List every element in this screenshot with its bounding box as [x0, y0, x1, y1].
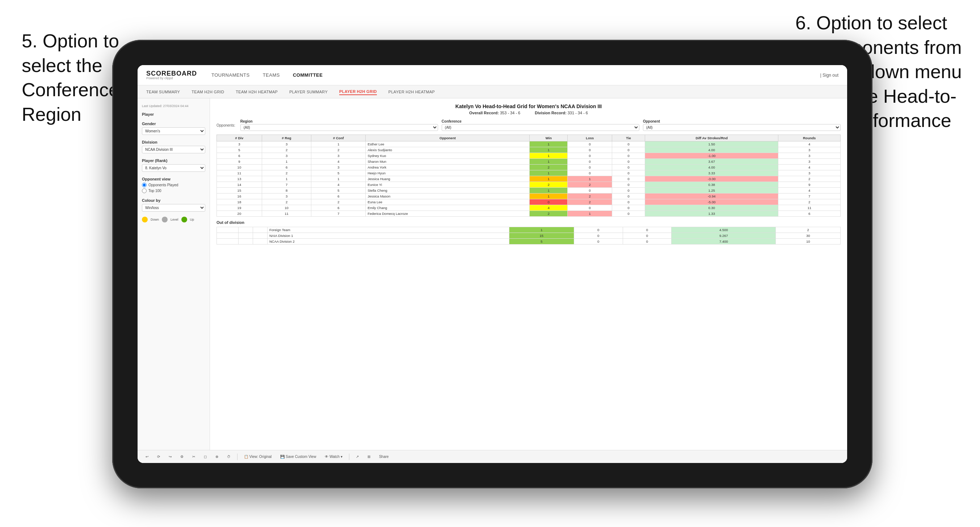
ood-cell-spacer3: [253, 233, 267, 239]
cell-conf: 6: [311, 194, 366, 199]
toolbar-select[interactable]: ◻: [202, 454, 209, 459]
sign-out-link[interactable]: | Sign out: [820, 73, 838, 78]
colour-by-select[interactable]: Win/loss: [142, 204, 205, 211]
nav-teams[interactable]: TEAMS: [263, 72, 280, 78]
cell-loss: 0: [568, 159, 612, 165]
radio-opponents-played[interactable]: Opponents Played: [142, 183, 205, 187]
toolbar-grid[interactable]: ⊞: [365, 454, 372, 459]
cell-loss: 1: [568, 176, 612, 182]
cell-div: 11: [217, 170, 262, 176]
subnav-team-summary[interactable]: TEAM SUMMARY: [146, 89, 180, 95]
nav-committee[interactable]: COMMITTEE: [293, 72, 323, 78]
ood-cell-tie: 0: [623, 227, 671, 233]
ood-cell-opponent: NAIA Division 1: [267, 233, 509, 239]
radio-top100[interactable]: Top 100: [142, 189, 205, 193]
sub-nav: TEAM SUMMARY TEAM H2H GRID TEAM H2H HEAT…: [138, 85, 847, 98]
toolbar-view-original[interactable]: 📋 View: Original: [242, 454, 274, 459]
color-label-down: Down: [151, 218, 159, 221]
cell-opponent: Sharon Mun: [366, 159, 530, 165]
region-select[interactable]: (All): [240, 124, 438, 131]
cell-diff: 3.33: [645, 170, 778, 176]
opponent-select[interactable]: (All): [643, 124, 841, 131]
division-label: Division: [142, 140, 205, 144]
cell-rounds: 3: [778, 153, 841, 159]
grid-records: Overall Record: 353 - 34 - 6 Division Re…: [216, 111, 841, 115]
out-of-division-header: Out of division: [216, 220, 841, 225]
color-label-level: Level: [170, 218, 178, 221]
ood-cell-spacer: [217, 239, 239, 244]
cell-conf: 7: [311, 211, 366, 217]
cell-reg: 2: [262, 170, 311, 176]
ood-cell-loss: 0: [574, 227, 623, 233]
radio-top100-input[interactable]: [142, 189, 146, 193]
cell-opponent: Jessica Mason: [366, 194, 530, 199]
ood-table-row: NAIA Division 1 15 0 0 9.267 30: [217, 233, 841, 239]
toolbar-settings[interactable]: ⚙: [178, 454, 186, 459]
division-record: Division Record: 331 - 34 - 6: [535, 111, 588, 115]
subnav-player-summary[interactable]: PLAYER SUMMARY: [289, 89, 328, 95]
toolbar-add[interactable]: ⊕: [213, 454, 221, 459]
cell-tie: 0: [612, 176, 645, 182]
filter-opponent: Opponent (All): [643, 119, 841, 131]
toolbar-share[interactable]: Share: [377, 454, 391, 459]
division-select[interactable]: NCAA Division III: [142, 146, 205, 153]
sidebar-gender-section: Gender Women's: [142, 122, 205, 135]
cell-reg: 3: [262, 194, 311, 199]
cell-reg: 7: [262, 182, 311, 188]
table-row: 9 1 4 Sharon Mun 1 0 0 3.67 3: [217, 159, 841, 165]
th-tie: Tie: [612, 135, 645, 141]
opponents-label: Opponents:: [216, 123, 235, 127]
radio-opponents-played-input[interactable]: [142, 183, 146, 187]
toolbar-cut[interactable]: ✂: [190, 454, 197, 459]
ood-cell-loss: 0: [574, 239, 623, 244]
ood-cell-diff: 4.500: [671, 227, 776, 233]
cell-tie: 0: [612, 194, 645, 199]
cell-opponent: Alexis Sudjianto: [366, 147, 530, 153]
cell-tie: 0: [612, 205, 645, 211]
cell-reg: 8: [262, 188, 311, 194]
table-row: 15 8 5 Stella Cheng 1 0 0 1.25 4: [217, 188, 841, 194]
subnav-team-h2h-grid[interactable]: TEAM H2H GRID: [191, 89, 224, 95]
color-dot-up: [181, 217, 187, 222]
cell-loss: 0: [568, 165, 612, 170]
cell-div: 13: [217, 176, 262, 182]
sidebar-colour-by-section: Colour by Win/loss: [142, 198, 205, 211]
cell-div: 19: [217, 205, 262, 211]
toolbar-undo[interactable]: ↩: [143, 454, 151, 459]
cell-conf: 1: [311, 141, 366, 147]
toolbar-timer[interactable]: ⏱: [225, 454, 233, 459]
cell-diff: -3.00: [645, 176, 778, 182]
cell-conf: 5: [311, 170, 366, 176]
cell-loss: 2: [568, 182, 612, 188]
cell-div: 16: [217, 194, 262, 199]
cell-diff: 0.30: [645, 205, 778, 211]
cell-div: 10: [217, 165, 262, 170]
cell-win: 1: [530, 176, 568, 182]
toolbar-watch[interactable]: 👁 Watch ▾: [323, 454, 345, 459]
table-row: 20 11 7 Federica Domecq Lacroze 2 1 0 1.…: [217, 211, 841, 217]
subnav-player-h2h-grid[interactable]: PLAYER H2H GRID: [339, 89, 377, 95]
cell-conf: 4: [311, 159, 366, 165]
toolbar-redo[interactable]: ↪: [167, 454, 174, 459]
toolbar-save-custom[interactable]: 💾 Save Custom View: [278, 454, 318, 459]
gender-select[interactable]: Women's: [142, 127, 205, 135]
cell-win: 2: [530, 165, 568, 170]
player-label: Player: [142, 112, 205, 116]
cell-diff: 0.38: [645, 182, 778, 188]
subnav-player-h2h-heatmap[interactable]: PLAYER H2H HEATMAP: [388, 89, 435, 95]
cell-opponent: Stella Cheng: [366, 188, 530, 194]
table-row: 6 3 3 Sydney Kuo 1 0 0 -1.00 3: [217, 153, 841, 159]
cell-loss: 0: [568, 147, 612, 153]
cell-conf: 2: [311, 199, 366, 205]
cell-rounds: 4: [778, 141, 841, 147]
toolbar-refresh[interactable]: ⟳: [155, 454, 162, 459]
division-record-value: 331 - 34 - 6: [568, 111, 588, 115]
nav-tournaments[interactable]: TOURNAMENTS: [212, 72, 250, 78]
toolbar-export[interactable]: ↗: [354, 454, 361, 459]
ood-table-row: NCAA Division 2 5 0 0 7.400 10: [217, 239, 841, 244]
sidebar-player-rank-section: Player (Rank) 8. Katelyn Vo: [142, 159, 205, 172]
subnav-team-h2h-heatmap[interactable]: TEAM H2H HEATMAP: [235, 89, 278, 95]
player-rank-select[interactable]: 8. Katelyn Vo: [142, 164, 205, 172]
cell-div: 6: [217, 153, 262, 159]
conference-select[interactable]: (All): [442, 124, 640, 131]
